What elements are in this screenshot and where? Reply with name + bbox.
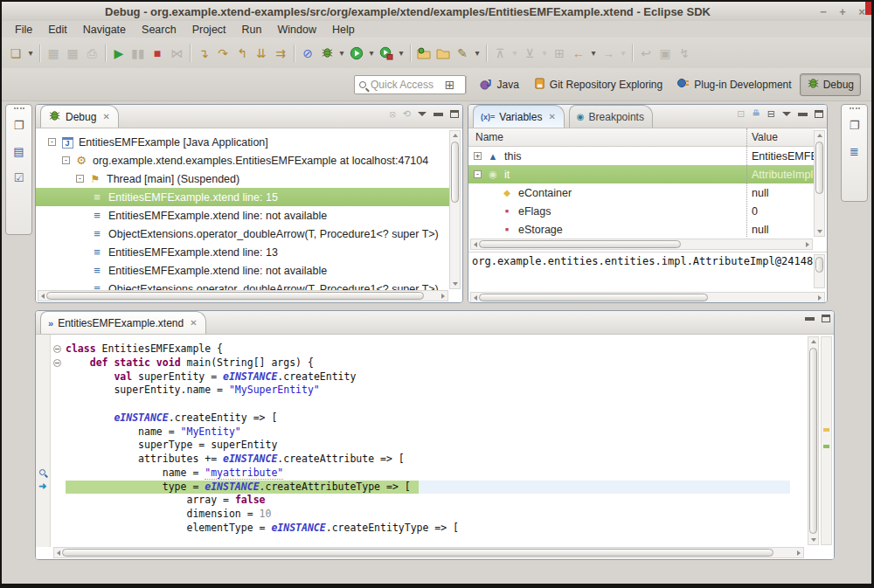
terminate-button[interactable]: ■ xyxy=(148,43,167,64)
overview-ruler[interactable] xyxy=(821,336,832,545)
run-button[interactable] xyxy=(347,43,366,64)
step-return-button[interactable]: ↰ xyxy=(232,43,252,64)
tab-variables[interactable]: (x)= Variables ✕ xyxy=(473,105,565,128)
external-tools-dropdown-button[interactable]: ▾ xyxy=(472,43,482,64)
horizontal-sash[interactable] xyxy=(35,303,835,310)
collapse-all-icon[interactable]: ⊟ xyxy=(767,108,775,120)
variable-detail-pane[interactable]: org.example.entities.entities.impl.Attri… xyxy=(468,252,827,290)
editor-horizontal-scrollbar[interactable] xyxy=(53,547,804,558)
menu-window[interactable]: Window xyxy=(270,23,324,37)
variable-row[interactable]: ▪eFlags0 xyxy=(468,202,815,220)
debug-tree-row[interactable]: -JEntitiesEMFExample [Java Application] xyxy=(36,133,450,151)
restore-view-icon[interactable]: ❐ xyxy=(844,114,865,135)
run-history-button[interactable] xyxy=(377,43,396,64)
tree-expander[interactable]: - xyxy=(474,170,482,178)
tab-breakpoints[interactable]: ◉ Breakpoints xyxy=(569,105,653,128)
remove-all-terminated-icon[interactable]: ⦻ xyxy=(390,108,396,120)
view-menu-icon[interactable] xyxy=(418,112,427,116)
maximize-view-icon[interactable] xyxy=(450,110,459,118)
tab-debug[interactable]: Debug ✕ xyxy=(40,105,119,128)
variables-table-header[interactable]: Name Value xyxy=(468,128,815,147)
menu-help[interactable]: Help xyxy=(324,23,363,37)
maximize-view-icon[interactable] xyxy=(815,110,823,118)
variables-table[interactable]: Name Value +▲thisEntitiesEMFExa-◉itAttri… xyxy=(468,128,815,237)
run-history-dropdown-button[interactable]: ▾ xyxy=(396,43,406,64)
code-editor[interactable]: class EntitiesEMFExample { def static vo… xyxy=(36,335,834,560)
perspective-java[interactable]: JJava xyxy=(474,74,524,95)
external-tools-button[interactable]: ✎ xyxy=(453,43,472,64)
overview-marker-debug[interactable] xyxy=(823,445,829,448)
tree-expander[interactable]: + xyxy=(474,152,482,160)
back-button[interactable]: ← xyxy=(569,43,588,64)
debug-horizontal-scrollbar[interactable] xyxy=(38,290,448,301)
skip-all-breakpoints-button[interactable]: ⊘ xyxy=(298,43,317,64)
variable-row[interactable]: +▲thisEntitiesEMFExa xyxy=(468,147,815,165)
close-icon[interactable]: ✕ xyxy=(190,318,197,328)
close-icon[interactable]: ✕ xyxy=(102,112,109,121)
perspective-debug[interactable]: Debug xyxy=(800,73,861,96)
menu-file[interactable]: File xyxy=(7,23,40,37)
run-dropdown-button[interactable]: ▾ xyxy=(366,43,377,64)
show-type-names-icon[interactable]: ⊡ xyxy=(737,108,745,120)
close-icon[interactable]: ✕ xyxy=(548,112,555,121)
step-into-button[interactable]: ↴ xyxy=(194,43,213,64)
debug-tree-row[interactable]: -⚙org.example.xtend.examples.EntitiesEMF… xyxy=(36,151,450,169)
menu-edit[interactable]: Edit xyxy=(40,23,75,37)
variable-row[interactable]: ◆eContainernull xyxy=(468,183,815,202)
resume-button[interactable]: ▶ xyxy=(109,43,128,64)
open-resource-button[interactable] xyxy=(434,43,453,64)
menu-run[interactable]: Run xyxy=(234,23,270,37)
new-wizard-button[interactable]: ❏ xyxy=(6,43,25,64)
tab-editor-file[interactable]: » EntitiesEMFExample.xtend ✕ xyxy=(40,311,206,334)
outline-icon[interactable]: ≣ xyxy=(844,141,865,162)
debug-button[interactable] xyxy=(317,43,336,64)
drop-to-frame-button[interactable]: ⇊ xyxy=(252,43,271,64)
titlebar[interactable]: Debug - org.example.xtend-examples/src/o… xyxy=(2,2,871,21)
console-icon[interactable]: ▤ xyxy=(9,141,30,162)
dock-grip[interactable] xyxy=(850,107,860,109)
tree-expander[interactable]: - xyxy=(62,156,70,164)
menu-project[interactable]: Project xyxy=(184,23,234,37)
column-name[interactable]: Name xyxy=(468,131,503,143)
back-dropdown-button[interactable]: ▾ xyxy=(588,43,599,64)
minimize-view-icon[interactable] xyxy=(805,317,815,321)
debug-tree-row[interactable]: ≡ObjectExtensions.operator_doubleArrow(T… xyxy=(36,225,450,243)
column-value[interactable]: Value xyxy=(752,131,778,143)
debug-tree-row[interactable]: ≡ObjectExtensions.operator_doubleArrow(T… xyxy=(36,280,450,290)
column-divider[interactable] xyxy=(746,128,747,237)
dock-grip[interactable] xyxy=(14,107,24,109)
detail-vertical-scrollbar[interactable] xyxy=(814,254,825,288)
open-plugin-artifact-button[interactable] xyxy=(414,43,434,64)
minimize-view-icon[interactable] xyxy=(434,113,443,116)
use-step-filters-button[interactable]: ⇉ xyxy=(271,43,290,64)
debug-dropdown-button[interactable]: ▾ xyxy=(336,43,347,64)
tasks-icon[interactable]: ☑ xyxy=(9,167,30,188)
editor-vertical-scrollbar[interactable] xyxy=(808,336,819,545)
tree-expander[interactable]: - xyxy=(76,175,84,183)
maximize-view-icon[interactable] xyxy=(822,315,830,322)
step-over-button[interactable]: ↷ xyxy=(213,43,232,64)
debug-vertical-scrollbar[interactable] xyxy=(449,130,461,289)
debug-tree-row[interactable]: ≡EntitiesEMFExample.xtend line: not avai… xyxy=(36,261,450,280)
new-wizard-dropdown-button[interactable]: ▾ xyxy=(25,43,36,64)
view-menu-icon[interactable] xyxy=(782,112,791,116)
tree-expander[interactable]: - xyxy=(48,138,56,146)
variables-vertical-scrollbar[interactable] xyxy=(814,130,825,237)
menu-search[interactable]: Search xyxy=(134,23,184,37)
perspective-git[interactable]: Git Repository Exploring xyxy=(527,74,669,95)
fold-collapse-icon[interactable] xyxy=(53,345,61,353)
detail-horizontal-scrollbar[interactable] xyxy=(470,292,825,303)
debug-tree-row[interactable]: ≡EntitiesEMFExample.xtend line: not avai… xyxy=(36,206,450,225)
minimize-view-icon[interactable] xyxy=(798,113,808,116)
maximize-window-button[interactable]: + xyxy=(833,4,852,18)
variable-row[interactable]: ▪eStoragenull xyxy=(468,220,815,237)
perspective-pde[interactable]: Plug-in Development xyxy=(670,74,797,94)
relaunch-icon[interactable]: ⟲ xyxy=(403,108,411,120)
annotation-ruler[interactable] xyxy=(36,335,51,547)
variables-horizontal-scrollbar[interactable] xyxy=(470,239,813,250)
restore-view-icon[interactable]: ❐ xyxy=(9,114,30,135)
variable-row[interactable]: -◉itAttributeImpl xyxy=(468,165,815,183)
open-perspective-button[interactable]: ⊞ xyxy=(439,75,461,94)
debug-tree-row[interactable]: ≡EntitiesEMFExample.xtend line: 13 xyxy=(36,243,450,261)
show-logical-structure-icon[interactable]: ≞ xyxy=(753,108,760,120)
